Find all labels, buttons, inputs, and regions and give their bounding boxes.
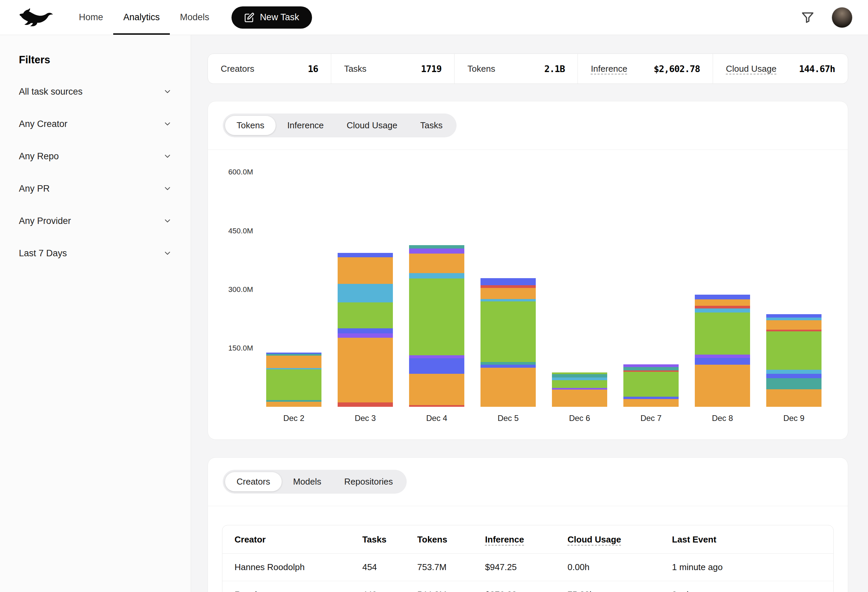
chart-tab-tasks[interactable]: Tasks <box>409 116 454 135</box>
table-cell: 75.23h <box>567 581 672 592</box>
table-row[interactable]: Rooviewer440544.3M$376.2875.23h3 minutes… <box>222 581 833 592</box>
bar-stack <box>266 353 322 407</box>
stats-bar: Creators16Tasks1719Tokens2.1BInference$2… <box>208 53 848 84</box>
table-cell: 1 minute ago <box>672 554 833 581</box>
table-cell: 454 <box>362 554 417 581</box>
col-header-tokens[interactable]: Tokens <box>417 525 485 554</box>
x-axis-label: Dec 8 <box>712 414 733 424</box>
chart-tab-cloud-usage[interactable]: Cloud Usage <box>335 116 409 135</box>
chart-tab-inference[interactable]: Inference <box>276 116 335 135</box>
bar-stack <box>480 278 536 407</box>
stat-inference[interactable]: Inference$2,602.78 <box>577 54 713 84</box>
creator-name-cell: Rooviewer <box>222 581 362 592</box>
table-header-row: CreatorTasksTokensInferenceCloud UsageLa… <box>222 525 833 554</box>
filter-label: All task sources <box>19 87 83 97</box>
compose-icon <box>244 12 254 22</box>
bar-stack <box>552 373 607 407</box>
bar-segment-purple <box>338 333 393 338</box>
bar-segment-red <box>338 402 393 407</box>
bar-segment-orange <box>338 338 393 402</box>
bar-dec-9[interactable]: Dec 9 <box>766 314 822 424</box>
filter-all-task-sources[interactable]: All task sources <box>19 75 172 108</box>
bar-dec-4[interactable]: Dec 4 <box>409 245 464 424</box>
bar-stack <box>338 253 393 407</box>
bar-dec-7[interactable]: Dec 7 <box>623 364 679 424</box>
stat-label: Creators <box>221 64 254 74</box>
col-header-label: Tasks <box>362 535 387 545</box>
table-cell: $947.25 <box>485 554 568 581</box>
stat-cloud-usage[interactable]: Cloud Usage144.67h <box>713 54 848 84</box>
filter-any-repo[interactable]: Any Repo <box>19 140 172 172</box>
filters-title: Filters <box>19 54 172 66</box>
bar-stack <box>766 314 822 407</box>
chart-card: TokensInferenceCloud UsageTasks Dec 2Dec… <box>208 101 848 440</box>
bar-segment-indigo <box>338 328 393 333</box>
stat-label: Tokens <box>467 64 495 74</box>
top-nav: HomeAnalyticsModels New Task <box>0 0 868 35</box>
bar-segment-indigo <box>695 358 750 365</box>
stat-value: 2.1B <box>544 64 565 74</box>
filter-any-creator[interactable]: Any Creator <box>19 108 172 140</box>
table-tab-models[interactable]: Models <box>282 472 333 491</box>
bar-segment-orange <box>695 299 750 306</box>
bar-segment-red <box>409 405 464 407</box>
bar-segment-orange <box>266 356 322 368</box>
nav-spacer <box>312 0 797 35</box>
col-header-cloud-usage[interactable]: Cloud Usage <box>567 525 672 554</box>
col-header-tasks[interactable]: Tasks <box>362 525 417 554</box>
bar-dec-8[interactable]: Dec 8 <box>695 295 750 424</box>
kangaroo-logo[interactable] <box>19 0 54 35</box>
bar-segment-sky <box>480 299 536 301</box>
bar-segment-teal <box>552 374 607 377</box>
new-task-label: New Task <box>260 12 299 22</box>
bar-segment-orange <box>409 253 464 273</box>
col-header-inference[interactable]: Inference <box>485 525 568 554</box>
stat-creators[interactable]: Creators16 <box>208 54 331 84</box>
filter-last-7-days[interactable]: Last 7 Days <box>19 237 172 269</box>
bar-segment-sky <box>338 284 393 302</box>
table-card-header: CreatorsModelsRepositories <box>208 458 848 506</box>
nav-link-home[interactable]: Home <box>69 0 113 35</box>
table-row[interactable]: Hannes Roodolph454753.7M$947.250.00h1 mi… <box>222 554 833 581</box>
bar-segment-orange <box>480 288 536 299</box>
bar-segment-purple <box>623 364 679 367</box>
chevron-down-icon <box>163 249 172 258</box>
nav-link-models[interactable]: Models <box>170 0 219 35</box>
col-header-last-event[interactable]: Last Event <box>672 525 833 554</box>
stat-value: 1719 <box>421 64 441 74</box>
stat-label: Tasks <box>344 64 366 74</box>
stat-tokens[interactable]: Tokens2.1B <box>454 54 577 84</box>
funnel-icon[interactable] <box>797 7 818 28</box>
stat-value: $2,602.78 <box>654 64 700 74</box>
user-avatar[interactable] <box>832 7 852 28</box>
bar-segment-green <box>623 372 679 397</box>
table-cell: 0.00h <box>567 554 672 581</box>
y-axis-tick: 150.0M <box>208 344 253 353</box>
col-header-creator[interactable]: Creator <box>222 525 362 554</box>
stat-label: Cloud Usage <box>726 64 776 74</box>
bar-dec-2[interactable]: Dec 2 <box>266 353 322 424</box>
filter-label: Last 7 Days <box>19 248 67 259</box>
bar-segment-red <box>695 306 750 308</box>
table-tab-creators[interactable]: Creators <box>225 472 282 491</box>
bar-segment-green <box>338 302 393 328</box>
bar-segment-indigo <box>623 397 679 399</box>
nav-link-analytics[interactable]: Analytics <box>113 0 170 35</box>
table-cell: 753.7M <box>417 554 485 581</box>
bar-dec-6[interactable]: Dec 6 <box>552 373 607 424</box>
table-tab-repositories[interactable]: Repositories <box>333 472 405 491</box>
filter-any-pr[interactable]: Any PR <box>19 172 172 205</box>
filter-any-provider[interactable]: Any Provider <box>19 205 172 237</box>
y-axis-tick: 300.0M <box>208 285 253 294</box>
filter-label: Any PR <box>19 184 50 194</box>
bar-segment-indigo <box>766 374 822 378</box>
stat-tasks[interactable]: Tasks1719 <box>331 54 454 84</box>
table-card: CreatorsModelsRepositories CreatorTasksT… <box>208 457 848 592</box>
bar-segment-green <box>552 380 607 388</box>
stat-value: 16 <box>308 64 319 74</box>
chart-tab-tokens[interactable]: Tokens <box>225 116 276 135</box>
bar-dec-3[interactable]: Dec 3 <box>338 253 393 424</box>
bar-dec-5[interactable]: Dec 5 <box>480 278 536 424</box>
new-task-button[interactable]: New Task <box>232 6 312 29</box>
bar-stack <box>623 364 679 407</box>
